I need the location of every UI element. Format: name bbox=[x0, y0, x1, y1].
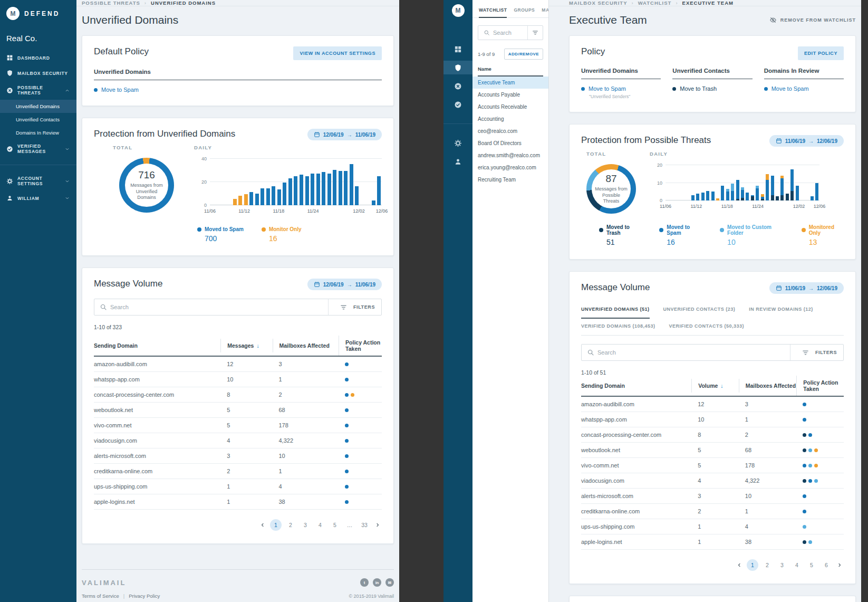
table-row[interactable]: weboutlook.net568 bbox=[94, 403, 382, 418]
breadcrumb-item[interactable]: POSSIBLE THREATS bbox=[82, 0, 140, 6]
sidebar-item-verified-messages[interactable]: VERIFIED MESSAGES bbox=[0, 139, 76, 158]
filter-icon[interactable] bbox=[527, 26, 543, 40]
column-header-sending-domain[interactable]: Sending Domain bbox=[94, 339, 220, 352]
page-button-3[interactable]: 3 bbox=[300, 519, 311, 531]
filters-button[interactable]: FILTERS bbox=[790, 345, 843, 360]
column-header-policy-action-taken[interactable]: Policy Action Taken bbox=[339, 336, 382, 356]
twitter-icon[interactable]: t bbox=[360, 578, 369, 587]
table-row[interactable]: alerts-microsoft.com310 bbox=[581, 489, 844, 504]
list-item-recruiting-team[interactable]: Recruiting Team bbox=[472, 174, 548, 186]
watchlist-search-input[interactable] bbox=[493, 30, 527, 36]
next-page-button[interactable] bbox=[835, 562, 844, 568]
rail-item-gear[interactable] bbox=[443, 136, 472, 150]
table-row[interactable]: weboutlook.net568 bbox=[581, 443, 844, 458]
remove-from-watchlist-button[interactable]: REMOVE FROM WATCHLIST bbox=[769, 16, 856, 24]
table-row[interactable]: amazon-audibill.com123 bbox=[581, 397, 844, 412]
rail-item-shield[interactable] bbox=[443, 61, 472, 74]
tab-mailboxes[interactable]: MAILBOXES bbox=[542, 7, 549, 17]
sidebar-subitem-domains-in-review[interactable]: Domains In Review bbox=[0, 126, 76, 139]
email-icon[interactable]: ✉ bbox=[385, 578, 394, 587]
breadcrumb-item[interactable]: WATCHLIST bbox=[638, 0, 672, 6]
date-range-picker[interactable]: 12/06/19 11/06/19 bbox=[307, 279, 382, 290]
sidebar-item-william[interactable]: WILLIAM bbox=[0, 190, 76, 206]
tab-verified-contacts-50-333[interactable]: VERIFIED CONTACTS (50,333) bbox=[669, 318, 744, 335]
tab-in-review-domains-12[interactable]: IN REVIEW DOMAINS (12) bbox=[749, 301, 813, 318]
breadcrumb-item[interactable]: MAILBOX SECURITY bbox=[569, 0, 627, 6]
table-row[interactable]: concast-processing-center.com82 bbox=[581, 427, 844, 443]
rail-item-dashboard[interactable] bbox=[443, 42, 472, 56]
rail-item-threat[interactable] bbox=[443, 79, 472, 93]
page-button-1[interactable]: 1 bbox=[747, 559, 758, 571]
edit-policy-button[interactable]: EDIT POLICY bbox=[798, 46, 844, 60]
sidebar-item-account-settings[interactable]: ACCOUNT SETTINGS bbox=[0, 171, 76, 190]
valimail-m-logo-icon[interactable]: M bbox=[452, 4, 465, 17]
linkedin-icon[interactable]: in bbox=[373, 578, 381, 587]
terms-of-service-link[interactable]: Terms of Service bbox=[82, 593, 119, 599]
list-item-erica-young-realco-com[interactable]: erica.young@realco.com bbox=[472, 161, 548, 174]
app-logo[interactable]: M DEFEND bbox=[0, 0, 76, 25]
list-item-executive-team[interactable]: Executive Team bbox=[472, 77, 548, 89]
list-item-board-of-directors[interactable]: Board Of Directors bbox=[472, 137, 548, 149]
tab-verified-domains-108-453[interactable]: VERIFIED DOMAINS (108,453) bbox=[581, 318, 655, 335]
page-button-4[interactable]: 4 bbox=[314, 519, 326, 531]
prev-page-button[interactable] bbox=[735, 562, 744, 568]
column-header-volume[interactable]: Volume bbox=[691, 379, 739, 393]
sidebar-item-mailbox-security[interactable]: MAILBOX SECURITY bbox=[0, 65, 76, 81]
filters-button[interactable]: FILTERS bbox=[328, 299, 381, 315]
page-button-6[interactable]: 6 bbox=[821, 559, 832, 571]
view-in-account-settings-button[interactable]: VIEW IN ACCOUNT SETTINGS bbox=[293, 46, 382, 60]
list-item-accounts-receivable[interactable]: Accounts Receivable bbox=[472, 101, 548, 113]
table-row[interactable]: viadocusign.com44,322 bbox=[94, 433, 382, 448]
list-item-accounting[interactable]: Accounting bbox=[472, 113, 548, 125]
column-header-mailboxes-affected[interactable]: Mailboxes Affected bbox=[273, 339, 339, 352]
table-row[interactable]: amazon-audibill.com123 bbox=[94, 357, 382, 372]
prev-page-button[interactable] bbox=[258, 522, 267, 528]
page-button-33[interactable]: 33 bbox=[359, 519, 370, 531]
table-row[interactable]: alerts-microsoft.com310 bbox=[94, 448, 382, 464]
rail-item-verified[interactable] bbox=[443, 98, 472, 111]
table-row[interactable]: concast-processing-center.com82 bbox=[94, 387, 382, 403]
table-row[interactable]: vivo-comm.net5178 bbox=[94, 418, 382, 433]
rail-item-person[interactable] bbox=[443, 155, 472, 168]
privacy-policy-link[interactable]: Privacy Policy bbox=[129, 593, 160, 599]
search-input[interactable] bbox=[597, 349, 790, 356]
page-button-3[interactable]: 3 bbox=[776, 559, 788, 571]
tab-unverified-contacts-23[interactable]: UNVERIFIED CONTACTS (23) bbox=[663, 301, 736, 318]
page-button-1[interactable]: 1 bbox=[270, 519, 282, 531]
sidebar-subitem-unverified-contacts[interactable]: Unverified Contacts bbox=[0, 113, 76, 126]
page-button-5[interactable]: 5 bbox=[806, 559, 817, 571]
table-row[interactable]: apple-logins.net138 bbox=[94, 494, 382, 510]
sidebar-item-possible-threats[interactable]: POSSIBLE THREATS bbox=[0, 81, 76, 100]
page-button-2[interactable]: 2 bbox=[285, 519, 296, 531]
page-button-2[interactable]: 2 bbox=[761, 559, 773, 571]
date-range-picker[interactable]: 11/06/19 12/06/19 bbox=[769, 282, 844, 294]
tab-groups[interactable]: GROUPS bbox=[514, 7, 535, 17]
date-range-picker[interactable]: 11/06/19 12/06/19 bbox=[769, 135, 844, 147]
list-item-andrew-smith-realco-com[interactable]: andrew.smith@realco.com bbox=[472, 149, 548, 161]
table-row[interactable]: ups-us-shipping.com14 bbox=[94, 479, 382, 494]
table-row[interactable]: viadocusign.com44,322 bbox=[581, 473, 844, 489]
column-header-mailboxes-affected[interactable]: Mailboxes Affected bbox=[739, 379, 797, 393]
sidebar-item-dashboard[interactable]: DASHBOARD bbox=[0, 50, 76, 65]
page-button-4[interactable]: 4 bbox=[791, 559, 803, 571]
name-column-header[interactable]: Name bbox=[478, 66, 543, 77]
tab-unverified-domains-51[interactable]: UNVERIFIED DOMAINS (51) bbox=[581, 301, 650, 318]
table-row[interactable]: whatspp-app.com101 bbox=[94, 372, 382, 387]
list-item-accounts-payable[interactable]: Accounts Payable bbox=[472, 89, 548, 101]
column-header-messages[interactable]: Messages bbox=[220, 339, 272, 352]
add-remove-button[interactable]: ADD/REMOVE bbox=[504, 49, 543, 60]
column-header-sending-domain[interactable]: Sending Domain bbox=[581, 379, 691, 393]
table-row[interactable]: whatspp-app.com101 bbox=[581, 412, 844, 427]
sidebar-subitem-unverified-domains[interactable]: Unverified Domains bbox=[0, 100, 76, 113]
list-item-ceo-realco-com[interactable]: ceo@realco.com bbox=[472, 125, 548, 137]
table-row[interactable]: creditkarna-online.com21 bbox=[94, 464, 382, 479]
page-button-5[interactable]: 5 bbox=[329, 519, 341, 531]
next-page-button[interactable] bbox=[373, 522, 382, 528]
column-header-policy-action-taken[interactable]: Policy Action Taken bbox=[796, 376, 844, 396]
table-row[interactable]: apple-logins.net138 bbox=[581, 534, 844, 550]
table-row[interactable]: creditkarna-online.com21 bbox=[581, 504, 844, 519]
search-input[interactable] bbox=[110, 304, 328, 310]
date-range-picker[interactable]: 12/06/19 11/06/19 bbox=[307, 129, 382, 140]
table-row[interactable]: vivo-comm.net5178 bbox=[581, 458, 844, 473]
table-row[interactable]: ups-us-shipping.com14 bbox=[581, 519, 844, 534]
